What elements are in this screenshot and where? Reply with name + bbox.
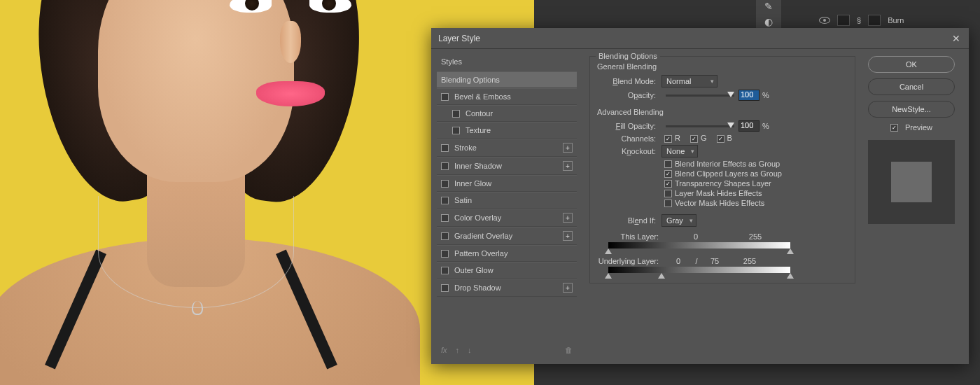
sidebar-footer: fx ↑ ↓ 🗑: [437, 342, 577, 358]
close-icon[interactable]: ✕: [951, 33, 962, 44]
style-label: Contour: [465, 109, 573, 118]
arrow-up-icon[interactable]: ↑: [456, 346, 460, 354]
dialog-title: Layer Style: [438, 34, 480, 43]
opt-layermask[interactable]: Layer Mask Hides Effects: [664, 189, 848, 197]
fill-opacity-input[interactable]: 100: [738, 120, 760, 132]
cancel-button[interactable]: Cancel: [868, 78, 955, 95]
style-label: Satin: [454, 196, 573, 204]
style-item-texture[interactable]: Texture: [437, 122, 577, 139]
style-item-satin[interactable]: Satin: [437, 192, 577, 209]
layer-mask-thumb[interactable]: [868, 15, 881, 26]
plus-icon[interactable]: +: [563, 231, 573, 241]
link-icon[interactable]: §: [857, 16, 861, 24]
style-label: Inner Glow: [454, 179, 573, 188]
style-label: Outer Glow: [454, 266, 573, 274]
blend-mode-label: Blend Mode:: [597, 77, 662, 85]
knockout-select[interactable]: None: [662, 145, 698, 158]
trash-icon[interactable]: 🗑: [565, 346, 573, 354]
style-item-stroke[interactable]: Stroke+: [437, 139, 577, 157]
panel-title: Blending Options: [596, 52, 660, 60]
visibility-icon[interactable]: [819, 17, 830, 24]
style-checkbox[interactable]: [441, 93, 449, 101]
channel-r-checkbox[interactable]: R: [664, 134, 680, 143]
arrow-down-icon[interactable]: ↓: [468, 346, 472, 354]
style-checkbox[interactable]: [441, 180, 449, 188]
opacity-slider[interactable]: [666, 94, 734, 97]
blendif-select[interactable]: Gray: [662, 214, 696, 227]
style-item-drop-shadow[interactable]: Drop Shadow+: [437, 279, 577, 297]
plus-icon[interactable]: +: [563, 283, 573, 293]
style-checkbox[interactable]: [441, 197, 449, 204]
style-checkbox[interactable]: [441, 284, 449, 292]
style-checkbox[interactable]: [441, 162, 449, 170]
style-checkbox[interactable]: [441, 232, 449, 240]
options-panel: Blending Options General Blending Blend …: [582, 49, 860, 364]
dialog-titlebar[interactable]: Layer Style ✕: [431, 28, 969, 49]
layer-style-dialog: Layer Style ✕ Styles Blending OptionsBev…: [431, 28, 969, 364]
style-item-bevel-emboss[interactable]: Bevel & Emboss: [437, 88, 577, 105]
opacity-input[interactable]: 100: [738, 90, 760, 101]
blend-mode-select[interactable]: Normal: [662, 75, 718, 88]
style-checkbox[interactable]: [441, 214, 449, 222]
under-val-b: 255: [729, 257, 771, 265]
layer-thumb-icon[interactable]: [837, 15, 850, 26]
underlying-gradient[interactable]: [608, 267, 790, 273]
dialog-buttons: OK Cancel New Style... Preview: [860, 49, 963, 364]
channel-b-checkbox[interactable]: B: [717, 134, 732, 143]
style-label: Color Overlay: [454, 214, 563, 222]
fill-opacity-slider[interactable]: [666, 125, 734, 127]
brush-icon[interactable]: ✎: [762, 0, 775, 13]
opt-transparency[interactable]: Transparency Shapes Layer: [664, 179, 848, 188]
opacity-label: Opacity:: [597, 91, 662, 99]
mini-toolbar: ✎ ◐: [756, 0, 781, 28]
plus-icon[interactable]: +: [563, 213, 573, 223]
style-item-inner-shadow[interactable]: Inner Shadow+: [437, 157, 577, 175]
this-layer-gradient[interactable]: [608, 242, 790, 248]
opt-interior[interactable]: Blend Interior Effects as Group: [664, 160, 848, 168]
style-checkbox[interactable]: [441, 267, 449, 274]
layers-row: § Burn: [819, 13, 973, 28]
style-item-color-overlay[interactable]: Color Overlay+: [437, 209, 577, 227]
opt-clipped[interactable]: Blend Clipped Layers as Group: [664, 169, 848, 178]
style-item-pattern-overlay[interactable]: Pattern Overlay: [437, 245, 577, 262]
fill-opacity-label: Fill Opacity:: [597, 122, 662, 130]
style-label: Gradient Overlay: [454, 232, 563, 240]
style-item-inner-glow[interactable]: Inner Glow: [437, 175, 577, 192]
portrait-image: [0, 0, 392, 385]
style-label: Blending Options: [441, 76, 573, 84]
style-checkbox[interactable]: [441, 144, 449, 152]
preview-swatch: [868, 140, 955, 224]
style-item-blending-options[interactable]: Blending Options: [437, 71, 577, 88]
style-item-gradient-overlay[interactable]: Gradient Overlay+: [437, 227, 577, 245]
under-val-a: 0: [664, 257, 692, 265]
pct-label: %: [762, 91, 769, 99]
knockout-label: Knockout:: [597, 147, 662, 155]
blendif-label: Blend If:: [597, 216, 662, 225]
opt-vectormask[interactable]: Vector Mask Hides Effects: [664, 199, 848, 207]
plus-icon[interactable]: +: [563, 143, 573, 153]
style-label: Texture: [465, 126, 573, 134]
styles-header: Styles: [437, 55, 577, 69]
style-item-contour[interactable]: Contour: [437, 105, 577, 122]
style-checkbox[interactable]: [452, 110, 460, 118]
plus-icon[interactable]: +: [563, 161, 573, 171]
this-layer-label: This Layer:: [597, 232, 664, 241]
style-checkbox[interactable]: [441, 250, 449, 258]
style-item-outer-glow[interactable]: Outer Glow: [437, 262, 577, 279]
this-layer-val-a: 0: [664, 232, 727, 241]
new-style-button[interactable]: New Style...: [868, 101, 955, 118]
style-label: Drop Shadow: [454, 284, 563, 292]
preview-checkbox[interactable]: Preview: [868, 123, 955, 132]
style-label: Inner Shadow: [454, 162, 563, 170]
layer-name[interactable]: Burn: [888, 16, 904, 24]
ok-button[interactable]: OK: [868, 56, 955, 73]
style-label: Pattern Overlay: [454, 249, 573, 258]
channel-g-checkbox[interactable]: G: [690, 134, 707, 143]
channels-label: Channels:: [597, 134, 662, 143]
style-label: Stroke: [454, 144, 563, 152]
fx-icon[interactable]: fx: [441, 346, 447, 354]
style-label: Bevel & Emboss: [454, 92, 573, 101]
general-blend-label: General Blending: [597, 62, 848, 71]
style-checkbox[interactable]: [452, 127, 460, 134]
dodge-icon[interactable]: ◐: [762, 15, 775, 28]
